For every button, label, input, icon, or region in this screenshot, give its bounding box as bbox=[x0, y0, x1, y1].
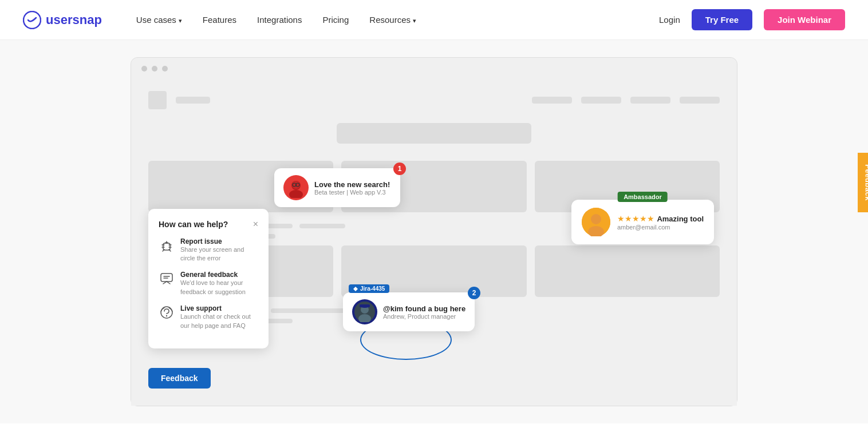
comment-avatar-1 bbox=[283, 175, 309, 200]
support-icon bbox=[159, 304, 175, 320]
widget-panel-header: How can we help? × bbox=[159, 219, 258, 229]
comment-bubble-1: 1 Love the new search! Beta t bbox=[274, 168, 400, 207]
join-webinar-button[interactable]: Join Webinar bbox=[764, 9, 845, 30]
use-cases-chevron-icon bbox=[179, 15, 182, 25]
widget-item-report-text: Report issue Share your screen and circl… bbox=[180, 237, 258, 263]
logo-text: usersnap bbox=[46, 13, 102, 27]
avatar-icon-1 bbox=[286, 177, 306, 198]
login-button[interactable]: Login bbox=[659, 15, 680, 25]
widget-panel-close-button[interactable]: × bbox=[253, 219, 258, 229]
nav-resources[interactable]: Resources bbox=[369, 15, 416, 25]
ambassador-info: ★★★★★ Amazing tool amber@email.com bbox=[617, 213, 704, 231]
widget-panel: How can we help? × Report issue Share yo… bbox=[148, 209, 269, 348]
svg-rect-11 bbox=[161, 274, 172, 282]
try-free-button[interactable]: Try Free bbox=[692, 9, 752, 30]
logo[interactable]: usersnap bbox=[23, 11, 102, 29]
ambassador-avatar-icon bbox=[582, 208, 610, 236]
sk-r1c bbox=[299, 224, 345, 228]
widget-item-report[interactable]: Report issue Share your screen and circl… bbox=[159, 237, 258, 263]
feedback-icon bbox=[159, 271, 175, 287]
svg-point-15 bbox=[166, 315, 167, 316]
svg-rect-21 bbox=[360, 304, 370, 307]
comment-main-1: Love the new search! bbox=[314, 180, 390, 189]
skeleton-nav bbox=[148, 91, 720, 109]
ambassador-email: amber@email.com bbox=[617, 224, 704, 231]
comment-sub-1: Beta tester | Web app V.3 bbox=[314, 189, 390, 196]
jira-icon bbox=[353, 287, 358, 291]
main-content: 1 Love the new search! Beta t bbox=[0, 40, 868, 423]
ambassador-badge: Ambassador bbox=[618, 192, 668, 202]
ambassador-name: Amazing tool bbox=[657, 215, 704, 223]
sk3 bbox=[581, 97, 621, 104]
bug-main-text: @kim found a bug here bbox=[383, 304, 465, 313]
nav-links: Use cases Features Integrations Pricing … bbox=[136, 15, 659, 25]
svg-point-8 bbox=[591, 214, 601, 224]
skeleton-logo bbox=[148, 91, 167, 109]
widget-item-support[interactable]: Live support Launch chat or check out ou… bbox=[159, 304, 258, 330]
widget-report-desc: Share your screen and circle the error bbox=[180, 245, 258, 263]
ambassador-card: Ambassador ★★★★★ Amazing tool amber@emai… bbox=[571, 200, 714, 244]
navbar: usersnap Use cases Features Integrations… bbox=[0, 0, 868, 40]
bug-sub-text: Andrew, Product manager bbox=[383, 313, 465, 320]
logo-icon bbox=[23, 11, 41, 29]
browser-bar bbox=[131, 58, 737, 80]
browser-dot-3 bbox=[162, 66, 168, 72]
skeleton-search bbox=[337, 123, 531, 144]
browser-mockup: 1 Love the new search! Beta t bbox=[131, 57, 737, 406]
sk-card-6 bbox=[535, 245, 720, 297]
sk1 bbox=[176, 97, 210, 104]
sk5 bbox=[680, 97, 720, 104]
svg-rect-10 bbox=[163, 243, 170, 250]
feedback-side-tab[interactable]: Feedback bbox=[858, 153, 869, 212]
ambassador-stars-wrap: ★★★★★ Amazing tool bbox=[617, 213, 704, 224]
comment-text-wrap-1: Love the new search! Beta tester | Web a… bbox=[314, 180, 390, 196]
comment-badge-1: 1 bbox=[393, 163, 406, 175]
ambassador-stars: ★★★★★ bbox=[617, 214, 654, 223]
svg-point-2 bbox=[289, 190, 303, 198]
svg-marker-16 bbox=[353, 287, 358, 291]
widget-item-support-text: Live support Launch chat or check out ou… bbox=[180, 304, 258, 330]
widget-support-title: Live support bbox=[180, 304, 258, 312]
sk2 bbox=[532, 97, 572, 104]
nav-integrations[interactable]: Integrations bbox=[257, 15, 302, 25]
bug-icon bbox=[159, 237, 175, 253]
bug-badge: 2 bbox=[468, 287, 480, 299]
bug-avatar-icon bbox=[354, 302, 375, 322]
ambassador-avatar bbox=[582, 208, 610, 236]
feedback-button[interactable]: Feedback bbox=[148, 368, 211, 389]
widget-report-title: Report issue bbox=[180, 237, 258, 245]
widget-support-desc: Launch chat or check out our help page a… bbox=[180, 312, 258, 330]
mock-page: 1 Love the new search! Beta t bbox=[131, 80, 737, 406]
widget-feedback-title: General feedback bbox=[180, 271, 258, 279]
widget-panel-title: How can we help? bbox=[159, 220, 228, 229]
sk-r3c bbox=[271, 308, 345, 313]
browser-dot-1 bbox=[141, 66, 147, 72]
widget-feedback-desc: We'd love to hear your feedback or sugge… bbox=[180, 279, 258, 296]
nav-pricing[interactable]: Pricing bbox=[322, 15, 349, 25]
sk4 bbox=[630, 97, 670, 104]
nav-features[interactable]: Features bbox=[203, 15, 236, 25]
resources-chevron-icon bbox=[413, 15, 416, 25]
jira-tag: Jira-4435 bbox=[349, 284, 389, 293]
bug-avatar bbox=[352, 299, 377, 324]
svg-point-0 bbox=[23, 11, 41, 29]
widget-item-feedback-text: General feedback We'd love to hear your … bbox=[180, 271, 258, 296]
bug-text-wrap: @kim found a bug here Andrew, Product ma… bbox=[383, 304, 465, 320]
nav-actions: Login Try Free Join Webinar bbox=[659, 9, 845, 30]
browser-dot-2 bbox=[152, 66, 157, 72]
nav-use-cases[interactable]: Use cases bbox=[136, 15, 182, 25]
widget-item-feedback[interactable]: General feedback We'd love to hear your … bbox=[159, 271, 258, 296]
bug-bubble: Jira-4435 2 @kim found a bug here An bbox=[343, 292, 475, 331]
